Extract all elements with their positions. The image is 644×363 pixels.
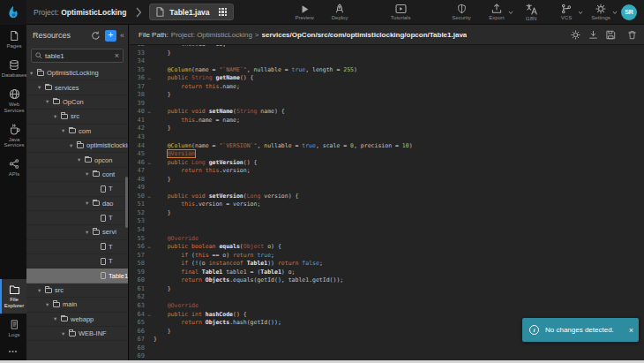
deploy-button[interactable]: Deploy xyxy=(328,4,351,20)
tree-expand-icon[interactable]: ▾ xyxy=(86,170,93,178)
code-line[interactable]: 35 @Column(name = "`NAME`", nullable = t… xyxy=(130,66,644,75)
tree-item[interactable]: ▾com xyxy=(26,125,128,139)
scrollbar-thumb[interactable] xyxy=(125,177,128,228)
refresh-button[interactable] xyxy=(91,31,101,41)
code-line[interactable]: 60 return Objects.equals(getId(), table1… xyxy=(130,276,644,285)
code-line[interactable]: 40− public void setName(String name) { xyxy=(130,108,644,117)
code-line[interactable]: 44 @Column(name = "`VERSION`", nullable … xyxy=(130,142,644,151)
code-line[interactable]: 52 } xyxy=(130,209,644,218)
tree-item[interactable]: ▾opcon xyxy=(26,153,128,167)
tree-expand-icon[interactable]: ▾ xyxy=(78,156,85,163)
tree-item[interactable]: ▾OpCon xyxy=(26,95,128,110)
code-line[interactable]: 36− public String getName() { xyxy=(130,74,644,83)
tree-expand-icon[interactable]: ▾ xyxy=(54,113,61,120)
add-resource-button[interactable]: + xyxy=(105,30,116,42)
code-line[interactable]: 33 } xyxy=(130,49,644,58)
code-line[interactable]: 61 } xyxy=(130,285,644,294)
i18n-button[interactable]: I18N xyxy=(520,4,543,21)
tree-item[interactable]: ▾dao xyxy=(26,197,128,211)
tree-item[interactable]: ▾OptimisticLocking xyxy=(26,66,128,80)
code-line[interactable]: 62 xyxy=(130,293,644,302)
code-line[interactable]: 56− public boolean equals(Object o) { xyxy=(130,243,644,252)
fold-marker-icon[interactable]: − xyxy=(145,311,154,320)
tutorials-button[interactable]: Tutorials xyxy=(389,4,412,20)
sidebar-item-java-services[interactable]: Java Services xyxy=(0,118,26,154)
code-line[interactable]: 68 xyxy=(130,344,644,353)
tree-item[interactable]: ▾services xyxy=(26,80,128,95)
save-file-button[interactable] xyxy=(606,30,616,40)
code-line[interactable]: 53 xyxy=(130,217,644,226)
code-area[interactable]: 32 this.id = id;33 }3435 @Column(name = … xyxy=(130,45,644,363)
code-line[interactable]: 48 } xyxy=(130,176,644,185)
tree-item[interactable]: T xyxy=(26,211,128,225)
code-line[interactable]: 63 @Override xyxy=(130,302,644,311)
tree-item[interactable]: T xyxy=(26,254,128,268)
tree-expand-icon[interactable]: ▾ xyxy=(62,127,69,134)
fold-marker-icon[interactable]: − xyxy=(145,108,154,117)
fold-marker-icon[interactable]: − xyxy=(145,193,154,201)
settings-button[interactable]: Settings xyxy=(583,4,618,20)
code-line[interactable]: 42 } xyxy=(130,125,644,133)
tree-item[interactable]: ▾servi xyxy=(26,225,128,239)
code-line[interactable]: 59 final Table1 table1 = (Table1) o; xyxy=(130,268,644,277)
code-line[interactable]: 58 if (!(o instanceof Table1)) return fa… xyxy=(130,260,644,268)
sidebar-item-logs[interactable]: Logs xyxy=(0,314,26,343)
tree-item[interactable]: T xyxy=(26,182,128,196)
delete-file-button[interactable] xyxy=(627,30,637,40)
fold-marker-icon[interactable]: − xyxy=(145,159,154,168)
tree-expand-icon[interactable]: ▾ xyxy=(62,330,69,337)
tree-expand-icon[interactable]: ▾ xyxy=(38,287,45,294)
collapse-panel-button[interactable]: « xyxy=(116,31,126,40)
code-line[interactable]: 54 xyxy=(130,226,644,235)
tree-item[interactable]: ▾src xyxy=(26,110,128,124)
fold-marker-icon[interactable]: − xyxy=(145,74,154,83)
code-line[interactable]: 45 @Version xyxy=(130,150,644,159)
sidebar-item-web-services[interactable]: Web Services xyxy=(0,83,26,118)
tree-expand-icon[interactable]: ▾ xyxy=(38,84,45,91)
tree-expand-icon[interactable]: ▾ xyxy=(70,142,77,149)
sidebar-item-databases[interactable]: Databases xyxy=(0,54,26,83)
tree-expand-icon[interactable]: ▾ xyxy=(46,98,53,105)
code-line[interactable]: 49 xyxy=(130,184,644,193)
fold-marker-icon[interactable]: − xyxy=(145,243,154,252)
preview-button[interactable]: Preview xyxy=(293,4,316,20)
code-line[interactable]: 38 } xyxy=(130,91,644,100)
code-line[interactable]: 50− public void setVersion(Long version)… xyxy=(130,193,644,201)
code-line[interactable]: 46− public Long getVersion() { xyxy=(130,159,644,168)
app-logo[interactable] xyxy=(0,0,26,25)
tree-expand-icon[interactable]: ▾ xyxy=(86,229,93,236)
clear-search-icon[interactable]: × xyxy=(115,51,119,60)
toast-close-button[interactable]: × xyxy=(629,326,633,335)
code-line[interactable]: 57 if (this == o) return true; xyxy=(130,252,644,261)
tree-expand-icon[interactable]: ▾ xyxy=(30,70,37,77)
tree-item[interactable]: ▾webapp xyxy=(26,313,128,327)
tree-item[interactable]: ▾cont xyxy=(26,168,128,182)
code-line[interactable]: 41 this.name = name; xyxy=(130,117,644,125)
tree-item[interactable]: ▾src xyxy=(26,284,128,298)
download-file-button[interactable] xyxy=(588,30,598,40)
tree-item[interactable]: Table1.java xyxy=(26,268,128,283)
editor-settings-button[interactable] xyxy=(571,30,580,40)
sidebar-item-pages[interactable]: Pages xyxy=(0,25,26,54)
code-line[interactable]: 47 return this.version; xyxy=(130,167,644,176)
code-line[interactable]: 43 xyxy=(130,133,644,142)
security-button[interactable]: Security xyxy=(450,4,473,20)
avatar[interactable]: SR xyxy=(621,4,637,20)
tree-expand-icon[interactable]: ▾ xyxy=(86,200,93,207)
search-input[interactable] xyxy=(45,52,112,60)
code-line[interactable]: 55 @Override xyxy=(130,235,644,244)
vcs-button[interactable]: VCS xyxy=(549,4,583,20)
sidebar-item-file-explorer[interactable]: File Explorer xyxy=(0,279,26,314)
tree-item[interactable]: ▾WEB-INF xyxy=(26,327,128,341)
sidebar-item-apis[interactable]: APIs xyxy=(0,153,26,182)
file-tab[interactable]: Table1.java xyxy=(149,4,234,20)
export-button[interactable]: Export xyxy=(479,4,513,20)
code-line[interactable]: 37 return this.name; xyxy=(130,83,644,92)
tree-item[interactable]: T xyxy=(26,240,128,254)
code-line[interactable]: 39 xyxy=(130,100,644,109)
tree-expand-icon[interactable]: ▾ xyxy=(54,315,61,322)
tree-expand-icon[interactable]: ▾ xyxy=(46,301,53,308)
tree-item[interactable]: ▾main xyxy=(26,298,128,312)
grid-icon[interactable] xyxy=(219,8,228,17)
code-line[interactable]: 34 xyxy=(130,57,644,66)
